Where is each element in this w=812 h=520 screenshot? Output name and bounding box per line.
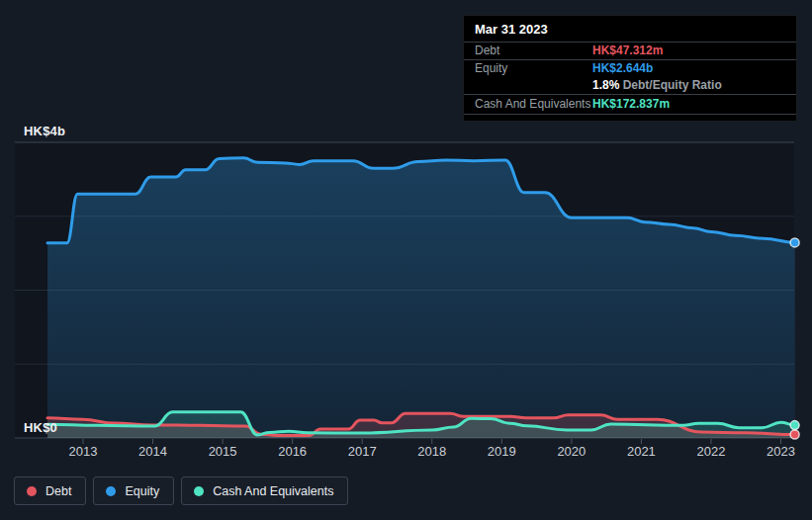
- legend-cash-label: Cash And Equivalents: [213, 484, 333, 498]
- x-axis-label-2014: 2014: [126, 444, 181, 459]
- legend-item-cash[interactable]: Cash And Equivalents: [181, 477, 348, 505]
- x-axis-label-2016: 2016: [265, 444, 320, 459]
- tooltip-debt-row: Debt HK$47.312m: [464, 42, 796, 59]
- tooltip-ratio-label: Debt/Equity Ratio: [623, 78, 722, 92]
- x-axis-label-2015: 2015: [195, 444, 250, 459]
- tooltip-debt-label: Debt: [475, 43, 499, 57]
- x-axis-label-2023: 2023: [754, 444, 809, 459]
- tooltip-date: Mar 31 2023: [464, 16, 796, 42]
- legend-item-debt[interactable]: Debt: [14, 477, 86, 505]
- tooltip-debt-value: HK$47.312m: [592, 43, 663, 59]
- debt-endpoint-marker[interactable]: [790, 430, 799, 439]
- x-axis-label-2020: 2020: [544, 444, 599, 459]
- chart-legend: Debt Equity Cash And Equivalents: [14, 477, 348, 505]
- legend-equity-label: Equity: [125, 484, 159, 498]
- equity-series-dot-icon: [106, 486, 116, 496]
- tooltip-equity-value: HK$2.644b: [592, 60, 653, 77]
- y-axis-label-top: HK$4b: [24, 124, 65, 138]
- tooltip-equity-row: Equity HK$2.644b: [464, 59, 796, 77]
- tooltip-cash-value: HK$172.837m: [592, 95, 670, 114]
- tooltip-ratio-value: 1.8%: [592, 78, 619, 92]
- x-axis-label-2019: 2019: [474, 444, 529, 459]
- x-axis-label-2022: 2022: [683, 444, 739, 459]
- cash-series-dot-icon: [194, 486, 204, 496]
- equity-endpoint-marker[interactable]: [790, 238, 799, 247]
- x-axis-label-2021: 2021: [613, 444, 669, 459]
- debt-series-dot-icon: [27, 486, 37, 496]
- tooltip-cash-label: Cash And Equivalents: [475, 97, 590, 111]
- tooltip-ratio-row: 1.8% Debt/Equity Ratio: [464, 77, 796, 94]
- chart-tooltip: Mar 31 2023 Debt HK$47.312m Equity HK$2.…: [463, 15, 797, 122]
- x-axis-label-2017: 2017: [334, 444, 390, 459]
- x-axis-label-2013: 2013: [55, 444, 111, 459]
- tooltip-cash-row: Cash And Equivalents HK$172.837m: [464, 94, 796, 115]
- tooltip-equity-label: Equity: [475, 61, 507, 75]
- y-axis-label-bottom: HK$0: [24, 420, 57, 435]
- legend-debt-label: Debt: [45, 484, 71, 498]
- cash-endpoint-marker[interactable]: [790, 421, 799, 430]
- tooltip-ratio: 1.8% Debt/Equity Ratio: [592, 77, 722, 94]
- x-axis-label-2018: 2018: [405, 444, 460, 459]
- legend-item-equity[interactable]: Equity: [93, 477, 174, 505]
